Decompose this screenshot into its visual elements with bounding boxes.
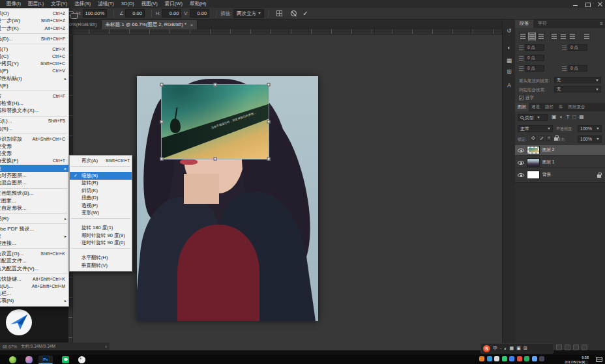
- close-icon[interactable]: [597, 1, 603, 7]
- network-icon[interactable]: [532, 356, 537, 361]
- rotate-angle-field[interactable]: 0.00: [125, 9, 145, 18]
- close-tab-icon[interactable]: ×: [190, 22, 193, 28]
- document-canvas[interactable]: 当你不能远行时，别丢掉我们的梦想…: [137, 76, 318, 321]
- submenu-item[interactable]: 透视(P): [70, 202, 132, 210]
- layer-filter-icon[interactable]: T: [566, 114, 569, 120]
- left-indent-field[interactable]: 0 点: [525, 44, 544, 51]
- menu-bar-item[interactable]: 滤镜(T): [98, 1, 114, 7]
- transform-handle[interactable]: [214, 158, 217, 161]
- notes-icon[interactable]: [582, 344, 587, 350]
- graphics-icon[interactable]: [539, 356, 544, 361]
- submenu-item[interactable]: [70, 247, 132, 255]
- emoji-icon[interactable]: ◐: [504, 346, 507, 351]
- space-before-field[interactable]: 0 点: [525, 65, 544, 72]
- layer-filter-icon[interactable]: ◐: [560, 114, 563, 120]
- menu-bar-item[interactable]: 图像(I): [7, 1, 21, 7]
- first-line-indent-field[interactable]: 0 点: [525, 55, 544, 61]
- minimize-icon[interactable]: [572, 1, 578, 7]
- menu-bar-item[interactable]: 选择(S): [74, 1, 91, 7]
- keyboard-icon[interactable]: ▦: [510, 346, 514, 351]
- space-after-field[interactable]: 0 点: [568, 65, 587, 72]
- submenu-item[interactable]: 水平翻转(H): [70, 255, 132, 262]
- shield-icon[interactable]: [509, 356, 514, 361]
- layer-row-1[interactable]: 图层 1: [515, 158, 605, 168]
- screenshot-icon[interactable]: [556, 344, 562, 350]
- history-icon[interactable]: ↺: [503, 27, 516, 34]
- display-icon[interactable]: [487, 356, 492, 361]
- menu-item[interactable]: 渐隐(D)... Shift+Ctrl+F: [0, 35, 68, 42]
- menu-item[interactable]: 选择性粘贴(I): [0, 75, 68, 82]
- menu-bar-item[interactable]: 图层(L): [28, 1, 44, 7]
- submenu-item[interactable]: 顺时针旋转 90 度(9): [70, 232, 132, 240]
- align-left-button[interactable]: [519, 33, 527, 40]
- submenu-item[interactable]: 斜切(K): [70, 187, 132, 195]
- transform-handle[interactable]: [267, 83, 271, 87]
- transform-handle[interactable]: [160, 83, 164, 87]
- menu-item[interactable]: 拼写检查(H)...: [0, 100, 68, 107]
- submenu-item[interactable]: [70, 165, 132, 173]
- layer-thumbnail[interactable]: [527, 158, 540, 167]
- photoshop-taskbar-icon[interactable]: Ps: [38, 356, 53, 364]
- mojikumi-select[interactable]: 无: [554, 86, 601, 92]
- cancel-transform-icon[interactable]: [291, 10, 297, 16]
- security-icon[interactable]: [479, 356, 484, 361]
- layer-thumbnail[interactable]: [527, 171, 540, 179]
- active-document-tab[interactable]: 未标题-1 @ 66.7%(图层 2, RGB/8#) * ×: [101, 20, 198, 29]
- folder-icon[interactable]: [565, 344, 570, 350]
- tab-paths[interactable]: 路径: [542, 103, 556, 111]
- submenu-item[interactable]: [70, 217, 132, 225]
- submenu-item[interactable]: 逆时针旋转 90 度(0): [70, 240, 132, 247]
- wechat-icon[interactable]: [62, 356, 69, 363]
- transform-handle[interactable]: [214, 83, 217, 87]
- swatches-icon[interactable]: ▦: [503, 57, 516, 64]
- submenu-item[interactable]: 缩放(S): [70, 172, 132, 180]
- tab-layer-comps[interactable]: 图层复合: [566, 103, 588, 111]
- menu-item[interactable]: Adobe PDF 预设...: [0, 225, 68, 232]
- menu-item[interactable]: 前进一步(W) Shift+Ctrl+Z: [0, 17, 68, 24]
- menu-item[interactable]: 自动混合图层...: [0, 179, 68, 186]
- menu-item[interactable]: 透视变形: [0, 150, 68, 157]
- status-expand-icon[interactable]: ›: [105, 344, 107, 350]
- menu-item[interactable]: 键盘快捷键... Alt+Shift+Ctrl+K: [0, 275, 68, 282]
- character-styles-icon[interactable]: A: [503, 82, 516, 89]
- ime-mode-icon[interactable]: 中: [493, 345, 497, 352]
- zoom-level[interactable]: 66.67%: [3, 344, 17, 349]
- menu-item[interactable]: 剪切(T) Ctrl+X: [0, 45, 68, 52]
- submenu-item[interactable]: 旋转 180 度(1): [70, 225, 132, 232]
- transform-handle[interactable]: [267, 120, 271, 124]
- lock-transparency-icon[interactable]: [531, 135, 536, 141]
- menu-item[interactable]: 预设: [0, 232, 68, 240]
- layer-thumbnail[interactable]: [527, 146, 540, 154]
- menu-item[interactable]: 首选项(N): [0, 297, 68, 304]
- menu-item[interactable]: 查找和替换文本(X)...: [0, 107, 68, 114]
- tab-libraries[interactable]: 库: [556, 103, 566, 111]
- sogou-logo-icon[interactable]: S: [483, 345, 490, 352]
- video-app-icon[interactable]: [25, 356, 33, 363]
- hyphenate-checkbox[interactable]: ✓: [519, 96, 524, 100]
- menu-bar-item[interactable]: 窗口(W): [165, 1, 183, 7]
- input-method-bar[interactable]: S 中 · ◐ ▦ ▣ ⊞: [480, 343, 553, 354]
- menu-item[interactable]: 转换为配置文件(V)...: [0, 265, 68, 272]
- menu-item[interactable]: 还原(O) Ctrl+Z: [0, 10, 68, 17]
- justify-last-right-button[interactable]: [568, 33, 576, 40]
- menu-item[interactable]: 定义画笔预设(B)...: [0, 189, 68, 197]
- menu-bar-item[interactable]: 帮助(H): [190, 1, 206, 7]
- action-center-icon[interactable]: [596, 357, 602, 362]
- finance-app-icon[interactable]: [9, 356, 16, 363]
- align-center-button[interactable]: [528, 33, 536, 40]
- menu-item[interactable]: 描边(S)...: [0, 125, 68, 132]
- menu-item[interactable]: 颜色设置(G)... Shift+Ctrl+K: [0, 250, 68, 257]
- menu-item[interactable]: 拷贝(C) Ctrl+C: [0, 53, 68, 60]
- taskbar-clock[interactable]: 9:58 2017/8/29/周二: [551, 355, 589, 364]
- tab-character[interactable]: 字符: [533, 19, 552, 28]
- layer-row-background[interactable]: 背景: [515, 170, 605, 180]
- menu-item[interactable]: 后退一步(K) Alt+Ctrl+Z: [0, 25, 68, 32]
- clone-source-icon[interactable]: ⊞: [503, 68, 516, 75]
- desktop-shortcut-icon[interactable]: [5, 309, 33, 336]
- menu-item[interactable]: 远程连接...: [0, 240, 68, 247]
- lock-position-icon[interactable]: [546, 135, 552, 141]
- tab-paragraph[interactable]: 段落: [515, 19, 533, 28]
- layer-row-2[interactable]: 图层 2: [515, 145, 605, 156]
- menu-item[interactable]: 清理(R): [0, 215, 68, 222]
- submenu-item[interactable]: 变形(W): [70, 210, 132, 217]
